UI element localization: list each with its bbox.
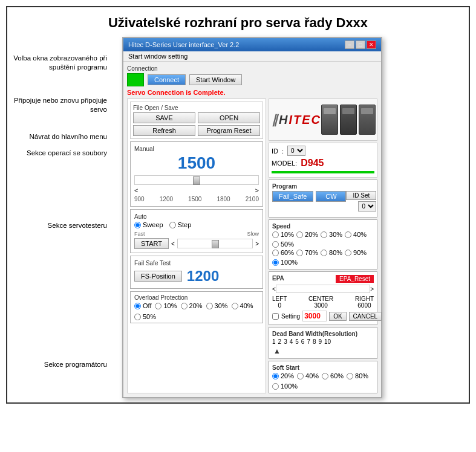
cw-button[interactable]: CW xyxy=(316,191,346,202)
maximize-button[interactable]: □ xyxy=(356,40,365,49)
fail-safe-button[interactable]: Fail_Safe xyxy=(272,191,313,202)
epa-left-value: 0 xyxy=(272,302,287,309)
dialog-window: Hitec D-Series User interface_Ver 2.2 − … xyxy=(122,37,382,398)
start-window-button[interactable]: Start Window xyxy=(189,74,242,85)
label-main-menu: Návrat do hlavního menu xyxy=(10,132,107,141)
step-option[interactable]: Step xyxy=(169,221,192,228)
connect-button[interactable]: Connect xyxy=(148,74,186,85)
ss-20-radio[interactable] xyxy=(272,373,279,379)
speed-10-radio[interactable] xyxy=(272,231,279,238)
speed-100-radio[interactable] xyxy=(272,259,279,266)
open-button[interactable]: OPEN xyxy=(198,112,260,123)
overload-40-radio[interactable] xyxy=(232,303,238,309)
speed-50[interactable]: 50% xyxy=(272,241,294,248)
epa-cancel-button[interactable]: CANCEL xyxy=(349,312,382,321)
pos-1800: 1800 xyxy=(217,196,230,202)
connection-label: Connection xyxy=(127,65,377,72)
overload-20-radio[interactable] xyxy=(181,303,187,309)
program-reset-button[interactable]: Program Reset xyxy=(198,125,260,136)
id-set-button[interactable]: ID Set xyxy=(346,191,376,200)
speed-60-radio[interactable] xyxy=(272,250,279,256)
db-2: 2 xyxy=(278,338,282,345)
sweep-option[interactable]: Sweep xyxy=(134,221,163,228)
label-servo-tester: Sekce servotesteru xyxy=(10,221,107,230)
sweep-radio[interactable] xyxy=(134,222,141,228)
auto-slider-handle[interactable] xyxy=(212,240,219,248)
epa-ok-button[interactable]: OK xyxy=(329,312,346,321)
label-programmer: Sekce programátoru xyxy=(10,360,107,369)
page-title: Uživatelské rozhraní pro serva řady Dxxx xyxy=(10,10,466,37)
save-button[interactable]: SAVE xyxy=(133,112,195,123)
slider-left-arrow[interactable]: < xyxy=(134,187,138,194)
speed-20[interactable]: 20% xyxy=(296,231,318,238)
speed-30[interactable]: 30% xyxy=(321,231,342,238)
program-label: Program xyxy=(272,183,374,190)
speed-70[interactable]: 70% xyxy=(296,249,318,256)
ss-60[interactable]: 60% xyxy=(322,372,344,379)
epa-center-label: CENTER xyxy=(308,295,333,302)
speed-10[interactable]: 10% xyxy=(272,231,294,238)
speed-40[interactable]: 40% xyxy=(345,231,367,238)
speed-60[interactable]: 60% xyxy=(272,249,294,256)
minimize-button[interactable]: − xyxy=(345,40,354,49)
fs-position-button[interactable]: FS-Position xyxy=(134,271,182,282)
ss-40-radio[interactable] xyxy=(297,373,304,379)
manual-section: Manual 1500 < > 900 xyxy=(130,141,263,207)
id-select[interactable]: 0 1 xyxy=(287,146,305,156)
speed-90[interactable]: 90% xyxy=(345,249,367,256)
two-panel: File Open / Save SAVE OPEN Refresh Progr… xyxy=(127,98,377,393)
overload-30[interactable]: 30% xyxy=(206,302,228,309)
ss-100-radio[interactable] xyxy=(272,383,279,390)
overload-50[interactable]: 50% xyxy=(134,313,156,320)
overload-20[interactable]: 20% xyxy=(181,302,203,309)
ss-80[interactable]: 80% xyxy=(347,372,368,379)
manual-slider-handle[interactable] xyxy=(193,176,200,185)
overload-10[interactable]: 10% xyxy=(155,302,177,309)
overload-40[interactable]: 40% xyxy=(232,302,253,309)
program-buttons: Fail_Safe CW xyxy=(272,191,346,202)
speed-70-radio[interactable] xyxy=(296,250,303,256)
epa-slider[interactable] xyxy=(276,285,370,293)
speed-section: Speed 10% 20% 30% 40% 50% 60% xyxy=(269,219,377,270)
overload-50-radio[interactable] xyxy=(134,314,141,320)
speed-80-radio[interactable] xyxy=(321,250,327,256)
speed-40-radio[interactable] xyxy=(345,231,351,238)
speed-50-radio[interactable] xyxy=(272,241,279,248)
step-radio[interactable] xyxy=(169,222,176,228)
slider-right-arrow[interactable]: > xyxy=(255,187,259,194)
overload-off-radio[interactable] xyxy=(134,303,141,309)
speed-80[interactable]: 80% xyxy=(321,249,342,256)
speed-100[interactable]: 100% xyxy=(272,259,298,266)
epa-setting-checkbox[interactable] xyxy=(272,313,279,320)
overload-10-radio[interactable] xyxy=(155,303,161,309)
speed-30-radio[interactable] xyxy=(321,231,327,238)
connection-row: Connect Start Window xyxy=(127,73,377,86)
sweep-label: Sweep xyxy=(143,221,163,228)
overload-off[interactable]: Off xyxy=(134,302,151,309)
speed-20-radio[interactable] xyxy=(296,231,303,238)
epa-reset-button[interactable]: EPA_Reset xyxy=(336,275,374,283)
start-button[interactable]: START xyxy=(134,238,169,249)
close-button[interactable]: ✕ xyxy=(367,40,376,49)
ss-20[interactable]: 20% xyxy=(272,372,294,379)
overload-30-radio[interactable] xyxy=(206,303,213,309)
overload-label: Overload Protection xyxy=(134,294,259,301)
program-id-select[interactable]: 0 xyxy=(358,201,376,211)
ss-40[interactable]: 40% xyxy=(297,372,319,379)
ss-100[interactable]: 100% xyxy=(272,383,298,390)
auto-slider[interactable] xyxy=(177,239,253,248)
manual-slider[interactable] xyxy=(134,175,259,185)
menu-item-start-window[interactable]: Start window setting xyxy=(128,53,187,60)
epa-setting-label: Setting xyxy=(281,313,300,320)
epa-right-arrow[interactable]: > xyxy=(370,286,374,292)
speed-90-radio[interactable] xyxy=(345,250,351,256)
dialog-menu[interactable]: Start window setting xyxy=(123,51,381,62)
pos-markers: 900 1200 1500 1800 2100 xyxy=(134,196,259,202)
refresh-button[interactable]: Refresh xyxy=(133,125,195,136)
ss-60-radio[interactable] xyxy=(322,373,328,379)
epa-section: EPA EPA_Reset < > LE xyxy=(269,271,377,325)
ss-80-radio[interactable] xyxy=(347,373,353,379)
epa-input-row: Setting OK CANCEL xyxy=(272,311,374,321)
file-label: File Open / Save xyxy=(133,105,260,111)
epa-setting-input[interactable] xyxy=(302,311,327,321)
